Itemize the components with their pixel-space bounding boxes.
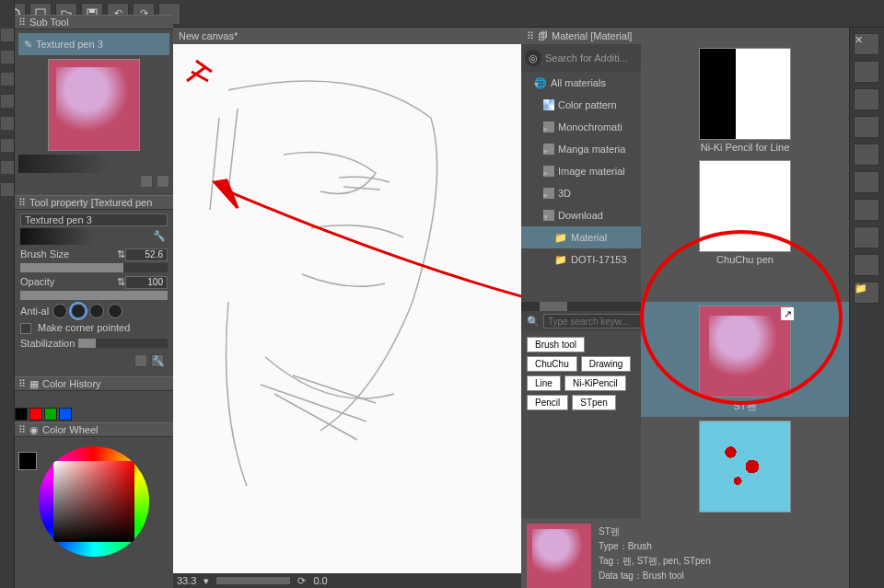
dock-icon-4[interactable] <box>854 144 879 166</box>
canvas-area: New canvas* 33.3 ▾ <box>173 28 521 588</box>
dock-icon-8[interactable] <box>854 254 879 276</box>
rotation-icon: ⟳ <box>297 575 306 587</box>
dock-icon-1[interactable] <box>854 61 879 83</box>
tree-image[interactable]: Image material <box>521 160 641 182</box>
material-thumb <box>699 306 791 398</box>
aa-option-2[interactable] <box>71 304 86 318</box>
chevron-right-icon <box>543 122 549 132</box>
tag-chuchu[interactable]: ChuChu <box>527 356 577 372</box>
chevron-right-icon <box>543 189 549 198</box>
subtool-selected[interactable]: ✎ Textured pen 3 <box>18 33 169 55</box>
tool-mini-8[interactable] <box>1 183 14 196</box>
tree-doti[interactable]: 📁DOTI-17153 <box>521 248 641 271</box>
subtool-prop-icon[interactable] <box>140 175 153 188</box>
tool-mini-7[interactable] <box>1 161 14 174</box>
corner-checkbox[interactable] <box>20 323 31 334</box>
tag-line[interactable]: Line <box>527 375 561 391</box>
brush-size-value[interactable]: 52.6 <box>125 248 168 261</box>
tag-brushtool[interactable]: Brush tool <box>527 337 585 352</box>
detail-tags: Tag：펜, ST펜, pen, STpen <box>599 555 711 568</box>
colorwheel-panel-header[interactable]: ⠿ ◉ Color Wheel <box>15 422 173 437</box>
material-panel-label: Material [Material] <box>552 30 632 41</box>
close-icon[interactable]: ✕ <box>854 33 879 55</box>
aa-option-4[interactable] <box>108 304 122 318</box>
dock-icon-2[interactable] <box>854 88 879 110</box>
tree-download[interactable]: Download <box>521 204 641 226</box>
external-icon[interactable]: ↗ <box>781 307 794 320</box>
stabilization-label: Stabilization <box>20 338 75 349</box>
dock-icon-5[interactable] <box>854 171 879 193</box>
rotation-value[interactable]: 0.0 <box>313 575 327 586</box>
zoom-dropdown-icon[interactable]: ▾ <box>204 575 209 587</box>
tool-mini-4[interactable] <box>1 95 14 108</box>
subtool-panel-header[interactable]: ⠿ Sub Tool <box>15 15 173 29</box>
link-icon[interactable]: ⇅ <box>117 248 125 260</box>
material-item-label: ChuChu pen <box>641 254 849 265</box>
fg-color-swatch[interactable] <box>18 452 37 470</box>
tool-mini-5[interactable] <box>1 117 14 130</box>
spiral-icon[interactable]: ◎ <box>525 50 541 66</box>
material-item-splat[interactable] <box>641 417 849 518</box>
tool-mini-1[interactable] <box>1 29 14 41</box>
tag-pencil[interactable]: Pencil <box>527 395 568 410</box>
dock-icon-3[interactable] <box>854 116 879 138</box>
tool-mini-2[interactable] <box>1 51 14 63</box>
toolprop-panel-label: Tool property [Textured pen <box>29 197 152 208</box>
swatch-blue[interactable] <box>59 408 72 421</box>
stabilization-slider[interactable] <box>78 339 168 348</box>
material-list[interactable]: Ni-Ki Pencil for Line ChuChu pen <box>641 44 849 302</box>
opacity-value[interactable]: 100 <box>125 276 168 289</box>
dock-icon-7[interactable] <box>854 226 879 248</box>
tree-monochrome[interactable]: Monochromati <box>521 116 641 138</box>
aa-option-1[interactable] <box>52 304 67 318</box>
dock-icon-6[interactable] <box>854 199 879 221</box>
material-tree: ◎ Search for Additi... 🌐All materials Co… <box>521 44 641 302</box>
keyword-search-row: 🔍 <box>521 311 641 331</box>
material-item-chuchu[interactable]: ChuChu pen <box>641 156 849 269</box>
material-item-niki[interactable]: Ni-Ki Pencil for Line <box>641 44 849 156</box>
subtool-menu-icon[interactable] <box>157 175 169 188</box>
grip-icon: ⠿ <box>18 424 26 436</box>
folder-icon[interactable]: 📁 <box>854 282 879 304</box>
colorhist-panel-header[interactable]: ⠿ ▦ Color History <box>15 376 173 391</box>
tag-nikipencil[interactable]: Ni-KiPencil <box>564 375 626 391</box>
aa-option-3[interactable] <box>89 304 104 318</box>
link-icon[interactable]: ⇅ <box>117 276 125 288</box>
colorwheel-icon: ◉ <box>29 424 39 436</box>
brush-size-slider[interactable] <box>20 263 168 272</box>
chevron-right-icon <box>543 100 549 110</box>
tool-mini-6[interactable] <box>1 139 14 152</box>
tree-manga[interactable]: Manga materia <box>521 138 641 160</box>
toolprop-body: Textured pen 3 🔧 Brush Size 52.6 ⇅ Opaci… <box>15 210 173 373</box>
zoom-value[interactable]: 33.3 <box>177 575 196 586</box>
tree-material-folder[interactable]: 📁Material <box>521 226 641 248</box>
tag-stpen[interactable]: STpen <box>572 395 615 410</box>
material-search-text[interactable]: Search for Additi... <box>545 52 628 63</box>
detail-datatag: Data tag：Brush tool <box>599 570 711 582</box>
toolprop-name-field[interactable]: Textured pen 3 <box>20 213 168 226</box>
swatch-green[interactable] <box>44 408 57 421</box>
tree-3d[interactable]: 3D <box>521 182 641 204</box>
toolprop-wrench-icon[interactable]: 🔧 <box>151 354 164 367</box>
tag-drawing[interactable]: Drawing <box>581 356 632 372</box>
canvas[interactable] <box>173 44 521 573</box>
toolprop-panel-header[interactable]: ⠿ Tool property [Textured pen <box>15 195 173 210</box>
svg-rect-3 <box>89 9 95 13</box>
toolprop-reset-icon[interactable] <box>134 354 147 367</box>
tree-scrollbar[interactable] <box>521 302 641 311</box>
subtool-thumbnail[interactable] <box>48 59 140 151</box>
zoom-slider[interactable] <box>216 577 290 584</box>
tree-color-pattern[interactable]: Color pattern <box>521 94 641 116</box>
colorhist-icon: ▦ <box>29 378 39 390</box>
material-item-stpen[interactable]: ↗ ST펜 <box>641 302 849 417</box>
swatch-red[interactable] <box>29 408 42 421</box>
opacity-slider[interactable] <box>20 291 168 300</box>
sketch-content <box>173 44 521 573</box>
canvas-tab[interactable]: New canvas* <box>173 28 521 44</box>
tool-mini-3[interactable] <box>1 73 14 86</box>
color-wheel[interactable] <box>39 446 149 557</box>
material-panel-header[interactable]: ⠿ 🗐 Material [Material] <box>521 28 849 44</box>
swatch-black[interactable] <box>15 408 28 421</box>
wrench-icon[interactable]: 🔧 <box>153 230 166 242</box>
tree-all-materials[interactable]: 🌐All materials <box>521 72 641 94</box>
